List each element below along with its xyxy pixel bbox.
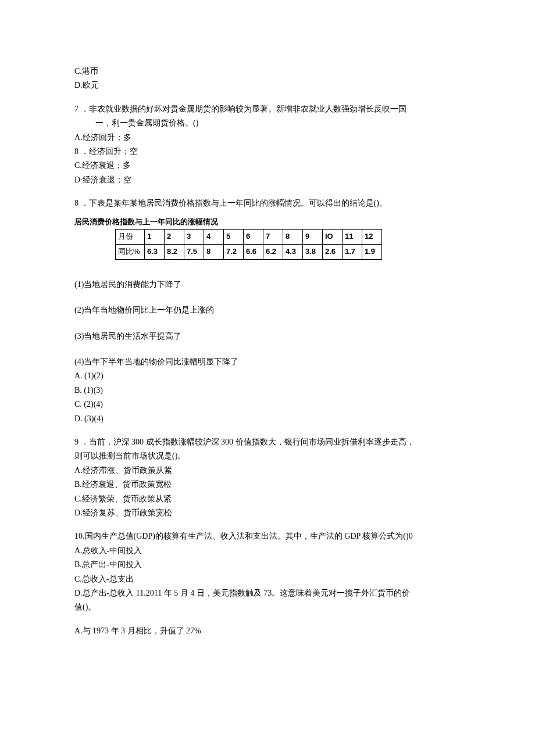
q9-option-b: B.经济衰退、货币政策宽松 bbox=[74, 478, 461, 491]
row-header-month: 月份 bbox=[116, 230, 145, 245]
val-11: 1.7 bbox=[343, 245, 362, 260]
q11: A.与 1973 年 3 月相比，升值了 27% bbox=[74, 625, 461, 637]
q10-stem: 10.国内生产总值(GDP)的核算有生产法、收入法和支出法。其中，生产法的 GD… bbox=[74, 530, 461, 543]
month-1: 1 bbox=[145, 230, 165, 245]
month-4: 4 bbox=[204, 230, 224, 245]
q6-option-d: D.欧元 bbox=[74, 79, 461, 92]
q9-stem-2: 则可以推测当前市场状况是()。 bbox=[74, 450, 461, 463]
month-10: IO bbox=[323, 230, 343, 245]
val-12: 1.9 bbox=[362, 245, 382, 260]
val-2: 8.2 bbox=[165, 245, 184, 260]
q10: 10.国内生产总值(GDP)的核算有生产法、收入法和支出法。其中，生产法的 GD… bbox=[74, 530, 461, 614]
q9-option-d: D.经济复苏、货币政策宽松 bbox=[74, 507, 461, 519]
val-9: 3.8 bbox=[303, 245, 323, 260]
month-11: 11 bbox=[343, 230, 362, 245]
q10-option-b: B.总产出-中间投入 bbox=[74, 558, 461, 571]
document-page: C.港币 D.欧元 7 ．非农就业数据的好坏对贵金属期货的影响较为显著。新增非农… bbox=[0, 0, 535, 756]
table-row: 月份 1 2 3 4 5 6 7 8 9 IO 11 12 bbox=[116, 230, 382, 245]
q7-option-a: A.经济回升；多 bbox=[74, 131, 461, 144]
month-7: 7 bbox=[263, 230, 283, 245]
month-12: 12 bbox=[362, 230, 382, 245]
val-6: 6.6 bbox=[244, 245, 263, 260]
val-4: 8 bbox=[204, 245, 224, 260]
q8-statement-2: (2)当年当地物价同比上一年仍是上涨的 bbox=[74, 304, 461, 317]
q9: 9 ．当前，沪深 300 成长指数涨幅较沪深 300 价值指数大，银行间市场同业… bbox=[74, 436, 461, 519]
month-6: 6 bbox=[244, 230, 263, 245]
q6-option-c: C.港币 bbox=[74, 65, 461, 78]
q8-option-c: C. (2)(4) bbox=[74, 398, 461, 411]
q8-option-a: A. (1)(2) bbox=[74, 370, 461, 382]
q8-statement-3: (3)当地居民的生活水平提高了 bbox=[74, 330, 461, 343]
q7-stem-2: 一，利一贵金属期货价格。() bbox=[74, 117, 461, 130]
val-8: 4.3 bbox=[283, 245, 303, 260]
q9-option-a: A.经济滞涨、货币政策从紧 bbox=[74, 464, 461, 477]
month-8: 8 bbox=[283, 230, 303, 245]
q10-option-d-2: 值()。 bbox=[74, 601, 461, 614]
table-row: 同比% 6.3 8.2 7.5 8 7.2 6.6 6.2 4.3 3.8 2.… bbox=[116, 245, 382, 260]
q8-option-b: B. (1)(3) bbox=[74, 384, 461, 397]
q8-statement-4: (4)当年下半年当地的物价同比涨幅明显下降了 bbox=[74, 356, 461, 368]
q9-stem-1: 9 ．当前，沪深 300 成长指数涨幅较沪深 300 价值指数大，银行间市场同业… bbox=[74, 436, 461, 449]
q11-option-a: A.与 1973 年 3 月相比，升值了 27% bbox=[74, 625, 461, 637]
cpi-table: 月份 1 2 3 4 5 6 7 8 9 IO 11 12 同比% 6.3 8.… bbox=[115, 229, 382, 260]
q8-option-d: D. (3)(4) bbox=[74, 413, 461, 425]
month-9: 9 bbox=[303, 230, 323, 245]
val-10: 2.6 bbox=[323, 245, 343, 260]
q7-stem-1: 7 ．非农就业数据的好坏对贵金属期货的影响较为显著。新增非农就业人数强劲增长反映… bbox=[74, 103, 461, 116]
q10-option-d: D.总产出-总收入 11.2011 年 5 月 4 日，美元指数触及 73。这意… bbox=[74, 587, 461, 600]
val-7: 6.2 bbox=[263, 245, 283, 260]
month-3: 3 bbox=[184, 230, 204, 245]
val-5: 7.2 bbox=[224, 245, 244, 260]
q7: 7 ．非农就业数据的好坏对贵金属期货的影响较为显著。新增非农就业人数强劲增长反映… bbox=[74, 103, 461, 187]
q7-option-b: 8 ．经济回升；空 bbox=[74, 145, 461, 158]
month-2: 2 bbox=[165, 230, 184, 245]
q8-stem: 8 ．下表是某年某地居民消费价格指数与上一年同比的涨幅情况。可以得出的结论是()… bbox=[74, 197, 461, 210]
q10-option-c: C.总收入-总支出 bbox=[74, 573, 461, 586]
q8: 8 ．下表是某年某地居民消费价格指数与上一年同比的涨幅情况。可以得出的结论是()… bbox=[74, 197, 461, 425]
q7-option-c: C.经济衰退；多 bbox=[74, 159, 461, 172]
q7-option-d: D·经济衰退；空 bbox=[74, 174, 461, 187]
month-5: 5 bbox=[224, 230, 244, 245]
q8-table-title: 居民消费价格指数与上一年同比的涨幅情况 bbox=[74, 216, 461, 228]
row-header-yoy: 同比% bbox=[116, 245, 145, 260]
val-3: 7.5 bbox=[184, 245, 204, 260]
q10-option-a: A.总收入-中间投入 bbox=[74, 544, 461, 557]
q8-statement-1: (1)当地居民的消费能力下降了 bbox=[74, 278, 461, 291]
val-1: 6.3 bbox=[145, 245, 165, 260]
q9-option-c: C.经济繁荣、货币政策从紧 bbox=[74, 493, 461, 506]
